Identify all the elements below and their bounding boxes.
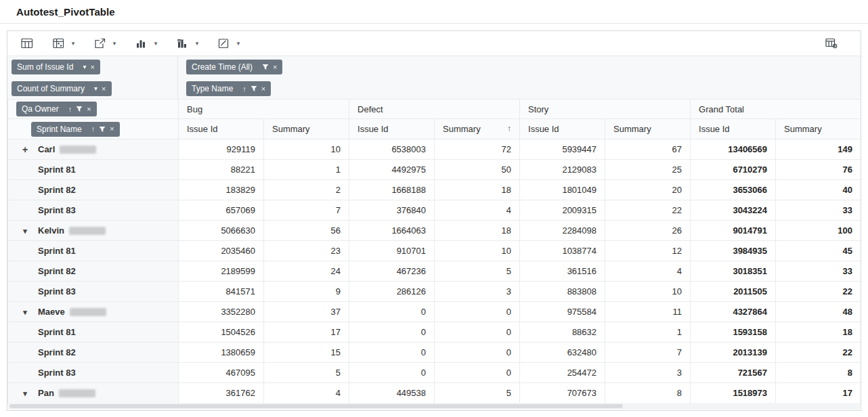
value-cell: 56: [264, 221, 349, 241]
collapse-icon[interactable]: ▾: [20, 226, 30, 235]
edit-icon[interactable]: [215, 35, 232, 52]
pivot-view-icon[interactable]: [49, 35, 67, 52]
value-cell: 72: [435, 139, 520, 160]
column-group-defect[interactable]: Defect: [349, 100, 520, 119]
column-group-grand-total[interactable]: Grand Total: [691, 100, 861, 119]
sort-asc-icon[interactable]: ↑: [91, 125, 95, 133]
close-icon[interactable]: ×: [90, 64, 94, 71]
row-header-cell[interactable]: Sprint 81: [8, 241, 179, 261]
redacted-name: [60, 146, 96, 154]
chip-sprint-name[interactable]: Sprint Name ↑ ×: [31, 122, 120, 137]
col-header-grand-total-summary[interactable]: Summary: [776, 119, 861, 139]
chip-create-time-filter[interactable]: Create Time (All) ×: [186, 60, 282, 74]
stacked-chart-icon[interactable]: [173, 35, 191, 52]
toolbar: ▾ ▾ ▾ ▾ ▾: [7, 31, 861, 56]
caret-down-icon[interactable]: ▾: [83, 64, 86, 70]
col-header-grand-total-issue-id[interactable]: Issue Id: [691, 119, 776, 139]
close-icon[interactable]: ×: [261, 85, 265, 93]
row-header-cell[interactable]: Sprint 81: [8, 322, 179, 343]
row-header-cell[interactable]: ▾Maeve: [8, 302, 179, 322]
close-icon[interactable]: ×: [102, 85, 106, 93]
row-header-cell[interactable]: Sprint 83: [8, 282, 179, 302]
chip-count-of-summary[interactable]: Count of Summary ▾ ×: [12, 81, 112, 96]
sort-asc-icon[interactable]: ↑: [242, 85, 246, 93]
value-cell: 18: [435, 221, 520, 241]
field-settings-icon[interactable]: [823, 35, 840, 52]
horizontal-scrollbar[interactable]: [8, 403, 860, 410]
group-row: +Carl92911910653800372593944767134065691…: [8, 139, 861, 160]
filter-icon[interactable]: [76, 106, 83, 112]
col-header-defect-issue-id[interactable]: Issue Id: [349, 119, 435, 139]
col-header-bug-summary[interactable]: Summary: [264, 119, 349, 139]
value-cell: 13406569: [691, 139, 776, 160]
chevron-down-icon[interactable]: ▾: [234, 40, 242, 47]
group-row: ▾Maeve3352280370097558411432786448: [8, 302, 861, 322]
col-header-story-issue-id[interactable]: Issue Id: [520, 119, 605, 139]
close-icon[interactable]: ×: [87, 106, 91, 113]
close-icon[interactable]: ×: [273, 64, 277, 71]
value-cell: 0: [349, 322, 435, 343]
value-cell: 22: [776, 343, 861, 363]
filter-icon[interactable]: [99, 126, 106, 133]
chip-type-name[interactable]: Type Name ↑ ×: [186, 81, 271, 96]
value-cell: 25: [605, 160, 691, 180]
sort-asc-icon[interactable]: ↑: [68, 106, 72, 113]
value-cell: 10: [605, 282, 691, 302]
row-header-cell[interactable]: ▾Pan: [8, 383, 179, 403]
tool-table-view[interactable]: [18, 35, 36, 52]
tool-pivot-view[interactable]: ▾: [49, 35, 77, 52]
tool-column-chart[interactable]: ▾: [132, 35, 160, 52]
row-header-cell[interactable]: Sprint 82: [8, 343, 179, 363]
row-label: Sprint 82: [38, 267, 76, 277]
chevron-down-icon[interactable]: ▾: [110, 40, 118, 47]
row-header-cell[interactable]: Sprint 82: [8, 180, 179, 200]
column-chart-icon[interactable]: [132, 35, 150, 52]
row-header-cell[interactable]: +Carl: [8, 139, 179, 160]
chip-sum-of-issue-id[interactable]: Sum of Issue Id ▾ ×: [12, 60, 100, 74]
value-cell: 22: [605, 200, 691, 221]
row-header-cell[interactable]: ▾Kelvin: [8, 221, 179, 241]
value-cell: 910701: [349, 241, 435, 261]
chip-qa-owner[interactable]: Qa Owner ↑ ×: [16, 102, 97, 116]
chevron-down-icon[interactable]: ▾: [152, 40, 160, 47]
column-group-bug[interactable]: Bug: [179, 100, 349, 119]
table-view-icon[interactable]: [18, 35, 36, 52]
collapse-icon[interactable]: ▾: [20, 389, 30, 397]
column-group-story[interactable]: Story: [520, 100, 691, 119]
value-cell: 15: [264, 343, 349, 363]
row-header-cell[interactable]: Sprint 82: [8, 261, 179, 282]
row-header-cell[interactable]: Sprint 81: [8, 160, 179, 180]
sort-asc-icon[interactable]: ↑: [507, 124, 511, 133]
row-label: Sprint 81: [38, 165, 76, 175]
tool-field-settings[interactable]: [823, 35, 840, 52]
caret-down-icon[interactable]: ▾: [94, 85, 97, 92]
value-cell: 88221: [179, 160, 264, 180]
tool-stacked-chart[interactable]: ▾: [173, 35, 201, 52]
value-cell: 33: [776, 261, 861, 282]
row-header-cell[interactable]: Sprint 83: [8, 200, 179, 221]
value-cell: 2189599: [179, 261, 264, 282]
chevron-down-icon[interactable]: ▾: [193, 40, 201, 47]
expand-icon[interactable]: +: [20, 144, 30, 155]
value-cell: 17: [776, 383, 861, 403]
redacted-name: [59, 389, 95, 397]
filter-icon[interactable]: [262, 64, 269, 70]
row-header-cell[interactable]: Sprint 83: [8, 363, 179, 383]
value-cell: 3018351: [691, 261, 776, 282]
value-cell: 883808: [520, 282, 605, 302]
col-header-story-summary[interactable]: Summary: [605, 119, 691, 139]
filter-icon[interactable]: [251, 85, 257, 92]
scrollbar-thumb[interactable]: [9, 404, 623, 408]
close-icon[interactable]: ×: [110, 125, 114, 133]
value-cell: 183829: [179, 180, 264, 200]
col-header-defect-summary[interactable]: Summary ↑: [435, 119, 520, 139]
chevron-down-icon[interactable]: ▾: [69, 40, 77, 47]
tool-edit[interactable]: ▾: [215, 35, 242, 52]
value-cell: 3: [435, 282, 520, 302]
value-cell: 376840: [349, 200, 435, 221]
value-cell: 8: [605, 383, 691, 403]
col-header-bug-issue-id[interactable]: Issue Id: [179, 119, 264, 139]
export-icon[interactable]: [91, 35, 108, 52]
tool-export[interactable]: ▾: [91, 35, 118, 52]
collapse-icon[interactable]: ▾: [20, 307, 30, 316]
